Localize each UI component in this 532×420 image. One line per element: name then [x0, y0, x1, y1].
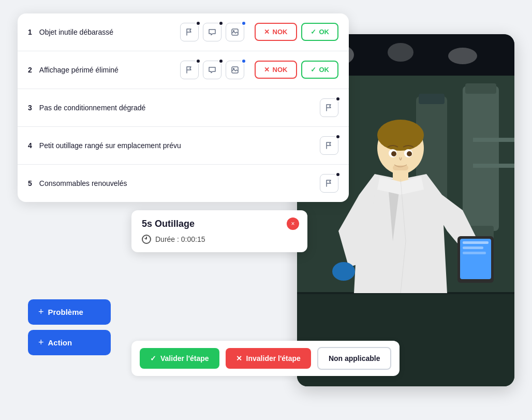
svg-rect-28 — [393, 165, 408, 170]
svg-rect-6 — [465, 83, 496, 94]
svg-rect-22 — [463, 252, 486, 254]
svg-point-16 — [332, 262, 355, 281]
svg-rect-10 — [473, 138, 514, 142]
clock-icon — [142, 235, 151, 244]
ok-check-icon-2: ✓ — [311, 66, 316, 74]
item-number-3: 3 — [28, 104, 32, 112]
invalider-button[interactable]: ✕ Invalider l'étape — [226, 348, 311, 369]
item-number-1: 1 — [28, 28, 32, 36]
checklist-item-2: 2 Affichage périmé éliminé ✕ — [18, 51, 349, 89]
item-label-5: Consommables renouvelés — [39, 179, 314, 187]
flag-button-5[interactable] — [320, 174, 338, 193]
action-button[interactable]: + Action — [28, 330, 111, 355]
item-label-3: Pas de conditionnement dégradé — [39, 104, 314, 112]
checklist-item-4: 4 Petit outillage rangé sur emplacement … — [18, 127, 349, 165]
flag-button-4[interactable] — [320, 136, 338, 155]
svg-rect-5 — [463, 86, 499, 231]
session-popup: 5s Outillage Durée : 0:00:15 × — [131, 210, 307, 252]
action-buttons-2: ✕ NOK ✓ OK — [255, 61, 338, 79]
item-number-5: 5 — [28, 179, 32, 187]
svg-rect-9 — [419, 94, 445, 104]
svg-point-26 — [391, 151, 396, 156]
invalider-cross-icon: ✕ — [236, 354, 242, 363]
ok-check-icon: ✓ — [311, 28, 316, 36]
bottom-action-bar: ✓ Valider l'étape ✕ Invalider l'étape No… — [131, 341, 400, 376]
checklist-card: 1 Objet inutile débarassé ✕ — [18, 13, 349, 202]
item-number-2: 2 — [28, 66, 32, 74]
item-label-1: Objet inutile débarassé — [39, 28, 174, 36]
valider-button[interactable]: ✓ Valider l'étape — [140, 348, 219, 369]
flag-button-2[interactable] — [180, 61, 199, 79]
probleme-button[interactable]: + Problème — [28, 299, 111, 325]
chat-dot-2 — [218, 59, 224, 64]
ok-button-1[interactable]: ✓ OK — [301, 23, 339, 41]
svg-point-15 — [377, 120, 424, 151]
non-applicable-button[interactable]: Non applicable — [317, 347, 392, 370]
flag-button-3[interactable] — [320, 98, 338, 117]
ok-button-2[interactable]: ✓ OK — [301, 61, 339, 79]
action-plus-icon: + — [38, 337, 44, 348]
svg-point-2 — [388, 43, 413, 62]
img-dot-1 — [241, 21, 246, 26]
chat-button-1[interactable] — [203, 23, 221, 41]
flag-dot-5 — [335, 172, 341, 177]
item-icons-3 — [320, 98, 338, 117]
probleme-plus-icon: + — [38, 307, 44, 317]
valider-check-icon: ✓ — [150, 354, 156, 363]
flag-dot-2 — [196, 59, 201, 64]
nok-button-1[interactable]: ✕ NOK — [255, 23, 297, 41]
left-action-buttons: + Problème + Action — [28, 299, 111, 355]
item-label-2: Affichage périmé éliminé — [39, 66, 174, 74]
item-icons-4 — [320, 136, 338, 155]
item-icons-5 — [320, 174, 338, 193]
action-buttons-1: ✕ NOK ✓ OK — [255, 23, 338, 41]
svg-rect-11 — [473, 164, 514, 168]
image-button-1[interactable] — [226, 23, 244, 41]
item-icons-1 — [180, 23, 244, 41]
svg-rect-20 — [463, 241, 489, 244]
svg-point-27 — [407, 151, 412, 156]
chat-button-2[interactable] — [203, 61, 221, 79]
duration-text: Durée : 0:00:15 — [155, 235, 205, 243]
nok-x-icon: ✕ — [264, 28, 270, 36]
svg-rect-19 — [460, 239, 491, 279]
popup-duration: Durée : 0:00:15 — [142, 235, 297, 244]
nok-button-2[interactable]: ✕ NOK — [255, 61, 297, 79]
svg-point-3 — [448, 48, 477, 64]
item-icons-2 — [180, 61, 244, 79]
flag-dot-1 — [196, 21, 201, 26]
chat-dot-1 — [218, 21, 224, 26]
popup-title: 5s Outillage — [142, 219, 297, 229]
image-button-2[interactable] — [226, 61, 244, 79]
item-label-4: Petit outillage rangé sur emplacement pr… — [39, 141, 314, 150]
probleme-label: Problème — [48, 308, 83, 316]
valider-label: Valider l'étape — [160, 354, 209, 363]
checklist-item-1: 1 Objet inutile débarassé ✕ — [18, 13, 349, 51]
invalider-label: Invalider l'étape — [246, 354, 301, 363]
popup-close-button[interactable]: × — [287, 218, 299, 230]
flag-button-1[interactable] — [180, 23, 199, 41]
checklist-item-5: 5 Consommables renouvelés — [18, 165, 349, 202]
checklist-item-3: 3 Pas de conditionnement dégradé — [18, 89, 349, 127]
item-number-4: 4 — [28, 141, 32, 150]
close-icon: × — [291, 220, 294, 227]
flag-dot-4 — [335, 134, 341, 139]
flag-dot-3 — [335, 96, 341, 102]
non-applicable-label: Non applicable — [329, 354, 380, 363]
svg-rect-21 — [463, 247, 483, 249]
action-label: Action — [48, 338, 72, 347]
nok-x-icon-2: ✕ — [264, 66, 270, 74]
img-dot-2 — [241, 59, 246, 64]
